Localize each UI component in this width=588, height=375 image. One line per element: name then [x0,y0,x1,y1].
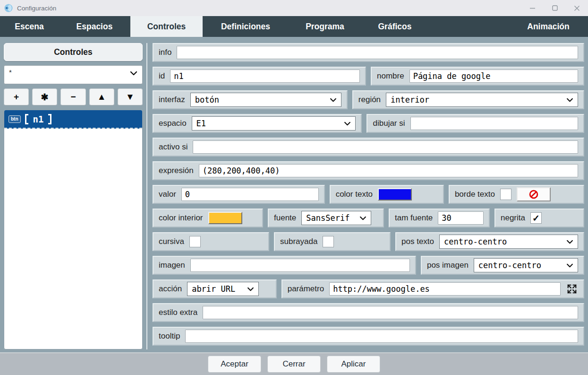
tam-fuente-field-group: tam fuente [389,209,490,227]
close-icon [574,5,580,11]
list-item-label: n1 [33,114,44,124]
region-select-value: interior [391,95,429,105]
chevron-down-icon [566,98,573,102]
region-field-group: región interior [352,90,584,109]
borde-texto-checkbox[interactable] [500,189,511,200]
parametro-input[interactable] [329,282,561,296]
subrayada-checkbox[interactable] [323,236,334,247]
negrita-checkbox[interactable]: ✓ [530,212,542,224]
activo-si-input[interactable] [193,140,578,154]
dibujar-si-input[interactable] [410,117,578,130]
cursiva-checkbox[interactable] [189,236,201,247]
move-down-button[interactable]: ▼ [118,88,143,105]
pos-texto-select[interactable]: centro-centro [439,235,578,249]
expand-icon [567,284,577,294]
expresion-input[interactable] [199,164,578,177]
footer-bar: Aceptar Cerrar Aplicar [0,352,588,375]
maximize-icon [552,5,558,11]
valor-field-group: valor [153,185,325,204]
id-input[interactable] [170,70,360,83]
subrayada-label: subrayada [280,237,317,246]
tab-escena[interactable]: Escena [0,16,59,37]
imagen-input[interactable] [190,259,410,272]
remove-control-button[interactable]: − [60,88,85,105]
tab-graficos[interactable]: Gráficos [361,16,428,37]
tab-animacion[interactable]: Animación [509,16,588,37]
minimize-button[interactable] [521,0,544,16]
tab-programa[interactable]: Programa [289,16,361,37]
activo-si-field-group: activo si [153,138,584,157]
main-area: Controles * + ✱ − ▲ ▼ btn n1 [0,37,588,352]
interfaz-field-group: interfaz botón [153,90,348,109]
controls-filter-select[interactable]: * [4,65,143,84]
chevron-down-icon [566,263,573,268]
cursiva-label: cursiva [159,237,184,246]
info-label: info [159,48,171,57]
valor-input[interactable] [181,188,319,201]
block-icon [528,189,539,200]
pos-texto-select-value: centro-centro [444,237,507,246]
borde-texto-label: borde texto [455,190,495,199]
color-interior-label: color interior [159,213,203,223]
expand-parametro-button[interactable] [566,283,578,295]
estilo-extra-field-group: estilo extra [153,303,584,322]
id-field-group: id [153,67,366,86]
interfaz-select[interactable]: botón [190,93,341,107]
close-button[interactable] [566,0,588,16]
tam-fuente-input[interactable] [438,211,484,225]
cerrar-button[interactable]: Cerrar [267,356,321,373]
accion-field-group: acción abrir URL [153,279,277,298]
tooltip-input[interactable] [185,330,578,343]
control-form: info id nombre interfaz [153,43,584,349]
controls-panel: Controles * + ✱ − ▲ ▼ btn n1 [4,43,147,349]
id-label: id [159,71,165,81]
titlebar: Configuración [0,0,588,16]
maximize-button[interactable] [544,0,566,16]
accion-select[interactable]: abrir URL [187,282,259,296]
nombre-field-group: nombre [371,67,584,86]
espacio-select[interactable]: E1 [192,116,356,131]
move-up-button[interactable]: ▲ [89,88,114,105]
interfaz-label: interfaz [159,95,185,105]
aceptar-button[interactable]: Aceptar [208,356,261,373]
borde-texto-none-button[interactable] [517,187,551,201]
plus-icon: + [14,92,19,102]
region-select[interactable]: interior [386,93,578,107]
region-label: región [358,95,381,105]
fuente-select-value: SansSerif [306,213,349,223]
tab-definiciones[interactable]: Definiciones [203,16,289,37]
chevron-down-icon [247,287,254,291]
list-item-n1[interactable]: btn n1 [4,110,142,129]
bracket-right-icon [48,114,51,124]
add-control-button[interactable]: + [4,88,29,105]
parametro-label: parámetro [288,284,324,294]
nombre-input[interactable] [409,70,578,83]
aplicar-button[interactable]: Aplicar [327,356,380,373]
dibujar-si-field-group: dibujar si [366,114,584,133]
interfaz-select-value: botón [195,95,219,105]
fuente-select[interactable]: SansSerif [301,211,371,225]
chevron-down-icon [566,240,573,244]
triangle-up-icon: ▲ [97,92,106,102]
expresion-field-group: expresión [153,161,584,180]
nombre-label: nombre [377,71,404,81]
controls-list: btn n1 [4,110,143,349]
cursiva-field-group: cursiva [153,232,269,251]
tab-controles[interactable]: Controles [130,16,203,37]
pos-imagen-select[interactable]: centro-centro [474,258,578,272]
fuente-label: fuente [274,213,296,223]
window-controls [521,0,588,16]
clone-control-button[interactable]: ✱ [32,88,57,105]
chevron-down-icon [344,122,351,126]
estilo-extra-input[interactable] [203,306,578,319]
activo-si-label: activo si [159,142,187,152]
color-interior-swatch[interactable] [208,212,242,224]
configuration-window: Configuración Escena Espacios Controles … [0,0,588,375]
color-texto-label: color texto [336,190,373,199]
tab-espacios[interactable]: Espacios [59,16,130,37]
info-input[interactable] [177,46,578,59]
tab-spacer [428,16,509,37]
color-texto-swatch[interactable] [378,188,412,201]
window-title: Configuración [17,5,56,12]
negrita-label: negrita [501,213,525,223]
